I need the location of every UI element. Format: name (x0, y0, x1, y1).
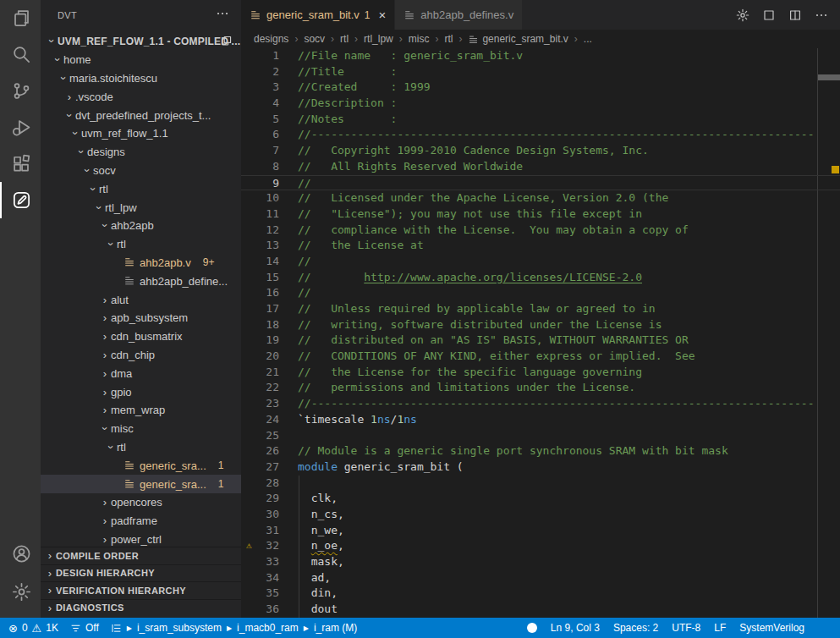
chevron-right-icon[interactable]: › (99, 349, 111, 360)
panel-header-compile-order[interactable]: ›COMPILE ORDER (41, 547, 241, 564)
code-line: 18// writing, software distributed under… (241, 317, 840, 333)
chevron-down-icon[interactable]: › (52, 54, 63, 66)
code-token: // CONDITIONS OF ANY KIND, either expres… (298, 349, 695, 362)
chevron-down-icon[interactable]: › (70, 128, 81, 140)
chevron-down-icon[interactable]: › (94, 201, 105, 213)
tree-item[interactable]: ›designs (41, 143, 241, 162)
chevron-right-icon[interactable]: › (99, 368, 111, 379)
chevron-down-icon[interactable]: › (100, 220, 111, 232)
open-preview-icon[interactable] (762, 8, 776, 22)
tree-item[interactable]: ›rtl (41, 179, 241, 198)
chevron-down-icon[interactable]: › (76, 146, 87, 158)
tree-item[interactable]: ›maria.stoichitescu (41, 69, 241, 88)
line-number: 12 (241, 223, 298, 239)
breadcrumb-item[interactable]: socv (304, 33, 325, 45)
tree-item[interactable]: ›mem_wrap (41, 401, 241, 420)
breadcrumb-item[interactable]: rtl_lpw (364, 33, 393, 45)
tree-item[interactable]: ›rtl_lpw (41, 198, 241, 217)
tree-item[interactable]: ›uvm_ref_flow_1.1 (41, 124, 241, 143)
eol-sequence[interactable]: LF (714, 622, 726, 634)
tree-item[interactable]: ahb2apb.v9+ (41, 254, 241, 272)
encoding[interactable]: UTF-8 (672, 622, 700, 634)
breadcrumb-item[interactable]: rtl (340, 33, 349, 45)
chevron-down-icon[interactable]: › (106, 239, 117, 250)
breadcrumb-item[interactable]: rtl (444, 33, 453, 45)
tree-item[interactable]: ›rtl (41, 235, 241, 254)
tree-item[interactable]: ›dma (41, 364, 241, 382)
tab-generic_sram_bit.v[interactable]: generic_sram_bit.v1× (241, 0, 395, 30)
code-line-text: // Unless required by applicable law or … (298, 301, 840, 317)
split-editor-icon[interactable] (788, 8, 802, 22)
breadcrumb-item[interactable]: designs (254, 33, 288, 45)
problems-status[interactable]: ⊗ 0 ⚠ 1K (8, 622, 58, 634)
tree-item-label: dvt_predefined_projects_t... (75, 109, 211, 122)
tree-item[interactable]: generic_sra...1 (41, 456, 241, 475)
code-line: 20// CONDITIONS OF ANY KIND, either expr… (241, 349, 840, 365)
activity-run-debug-button[interactable] (0, 109, 41, 146)
panel-header-diagnostics[interactable]: ›DIAGNOSTICS (41, 599, 241, 617)
language-mode[interactable]: SystemVerilog (739, 622, 804, 634)
chevron-right-icon[interactable]: › (99, 497, 111, 508)
cursor-position[interactable]: Ln 9, Col 3 (551, 622, 600, 634)
tree-item[interactable]: ›padframe (41, 512, 241, 531)
dvt-checks-toggle[interactable]: Off (70, 622, 99, 634)
activity-source-control-button[interactable] (0, 73, 41, 109)
tree-item[interactable]: ›.vscode (41, 87, 241, 106)
activity-dvt-button[interactable] (0, 182, 41, 218)
tree-item[interactable]: ›ahb2apb (41, 217, 241, 235)
vscode-window: DVT ›UVM_REF_FLOW_1.1 - COMPILED ...›hom… (0, 0, 840, 638)
tree-item[interactable]: ›gpio (41, 382, 241, 401)
chevron-down-icon[interactable]: › (64, 109, 75, 121)
activity-extensions-button[interactable] (0, 146, 41, 182)
tree-item[interactable]: ›opencores (41, 493, 241, 512)
open-editors-icon[interactable] (220, 35, 233, 50)
chevron-right-icon[interactable]: › (99, 404, 111, 415)
chevron-down-icon[interactable]: › (82, 164, 93, 176)
chevron-down-icon[interactable]: › (88, 183, 99, 195)
chevron-right-icon[interactable]: › (99, 387, 111, 398)
tree-item[interactable]: ›cdn_chip (41, 346, 241, 365)
panel-header-design-hierarchy[interactable]: ›DESIGN HIERARCHY (41, 564, 241, 582)
more-actions-icon[interactable] (815, 8, 828, 22)
chevron-down-icon[interactable]: › (47, 36, 58, 47)
chevron-down-icon[interactable]: › (58, 72, 69, 84)
chevron-right-icon[interactable]: › (63, 91, 75, 102)
activity-explorer-button[interactable] (0, 0, 41, 36)
activity-account-button[interactable] (0, 535, 41, 573)
code-line: 8// All Rights Reserved Worldwide (241, 159, 840, 175)
tree-item[interactable]: ›home (41, 51, 241, 69)
tree-item[interactable]: ›UVM_REF_FLOW_1.1 - COMPILED ... (41, 32, 241, 51)
tree-item[interactable]: ›misc (41, 420, 241, 438)
sidebar-more-actions-icon[interactable] (216, 7, 229, 24)
tree-item[interactable]: ›apb_subsystem (41, 309, 241, 327)
tab-ahb2apb_defines.v[interactable]: ahb2apb_defines.v (395, 0, 523, 30)
chevron-right-icon[interactable]: › (99, 294, 111, 305)
panel-header-verification-hierarchy[interactable]: ›VERIFICATION HIERARCHY (41, 581, 241, 599)
chevron-down-icon[interactable]: › (106, 441, 117, 453)
settings-gear-icon[interactable] (736, 8, 749, 22)
chevron-right-icon[interactable]: › (99, 331, 111, 342)
close-icon[interactable]: × (379, 8, 387, 21)
chevron-down-icon[interactable]: › (100, 423, 111, 435)
tree-item[interactable]: ›alut (41, 290, 241, 309)
tree-item[interactable]: generic_sra...1 (41, 475, 241, 493)
code-editor[interactable]: 1//File name : generic_sram_bit.v2//Titl… (241, 48, 840, 618)
breadcrumb-item[interactable]: misc (409, 33, 430, 45)
indentation[interactable]: Spaces: 2 (613, 622, 658, 634)
tree-item[interactable]: ›rtl (41, 438, 241, 457)
chevron-right-icon[interactable]: › (99, 534, 111, 545)
activity-search-button[interactable] (0, 36, 41, 73)
tree-item[interactable]: ›cdn_busmatrix (41, 327, 241, 346)
tree-item[interactable]: ›power_ctrl (41, 531, 241, 547)
tree-item[interactable]: ahb2apb_define... (41, 272, 241, 290)
tree-item[interactable]: ›socv (41, 162, 241, 180)
design-hierarchy-status[interactable]: ▶i_sram_subsystem▶i_macb0_ram▶i_ram (M) (111, 622, 358, 634)
activity-settings-button[interactable] (0, 573, 41, 611)
chevron-right-icon[interactable]: › (99, 515, 111, 526)
breadcrumb-item[interactable]: ... (584, 33, 592, 45)
breadcrumb-item[interactable]: generic_sram_bit.v (468, 33, 568, 45)
code-line-text: //Created : 1999 (298, 80, 840, 96)
status-dot-icon[interactable] (527, 623, 537, 633)
chevron-right-icon[interactable]: › (99, 312, 111, 323)
tree-item[interactable]: ›dvt_predefined_projects_t... (41, 106, 241, 124)
